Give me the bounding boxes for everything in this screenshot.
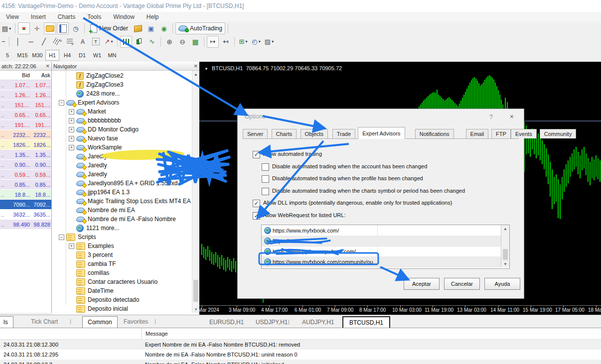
- market-watch-row[interactable]: ..151....151....: [0, 100, 51, 110]
- column-header-ask[interactable]: Ask: [30, 72, 51, 78]
- timeframe-d1[interactable]: D1: [75, 50, 89, 61]
- signals-button[interactable]: ◉: [158, 22, 170, 34]
- close-icon[interactable]: ✕: [46, 63, 50, 69]
- zoom-out-button[interactable]: ⊖: [176, 36, 188, 48]
- market-watch-row[interactable]: ..0.65...0.65...: [0, 110, 51, 120]
- zoom-in-button[interactable]: ⊕: [163, 36, 175, 48]
- data-window-toggle[interactable]: ✛: [31, 22, 43, 34]
- navigator-scrollbar[interactable]: ▲ ▼: [192, 71, 199, 313]
- nav-item-worksample[interactable]: +WorkSample: [69, 143, 122, 152]
- label-tool[interactable]: T: [90, 36, 102, 48]
- nav-item-2428-more[interactable]: 2428 more...: [69, 89, 120, 98]
- dialog-tab-trade[interactable]: Trade: [332, 129, 355, 138]
- text-tool[interactable]: A: [77, 36, 89, 48]
- nav-item-jjpp1964-ea-1-3[interactable]: jjpp1964 EA 1.3: [69, 188, 130, 197]
- dialog-tab-ftp[interactable]: FTP: [491, 129, 511, 138]
- minus-expander-icon[interactable]: −: [59, 100, 64, 106]
- nav-item-cambia-tf[interactable]: cambia TF: [69, 259, 116, 268]
- nav-item-examples[interactable]: +Examples: [69, 242, 114, 250]
- dialog-tab-expert-advisors[interactable]: Expert Advisors: [358, 127, 405, 139]
- chart-tab-audjpy-h1[interactable]: AUDJPY,H1: [296, 317, 340, 327]
- market-watch-row[interactable]: ..0.90...0.90...: [0, 160, 51, 170]
- tab-symbols[interactable]: ls: [0, 316, 13, 328]
- nav-item-scripts[interactable]: −Scripts: [59, 233, 96, 242]
- column-header-bid[interactable]: Bid: [9, 72, 30, 78]
- menu-window[interactable]: Window: [107, 13, 141, 20]
- chart-shift-button[interactable]: ↤: [220, 36, 232, 48]
- navigator-toggle[interactable]: [44, 22, 56, 34]
- time-column-header[interactable]: [0, 328, 142, 339]
- dialog-tab-server[interactable]: Server: [243, 129, 268, 138]
- webrequest-url-list[interactable]: https://www.myfxbook.com/https://https:/…: [261, 225, 510, 269]
- market-watch-row[interactable]: ..18.8...18.8...: [0, 190, 51, 200]
- nav-item-bbbbbbbbbb[interactable]: +bbbbbbbbbb: [69, 116, 121, 125]
- market-watch-row[interactable]: ..98.49098.828: [0, 220, 51, 230]
- unchecked-checkbox-icon[interactable]: [262, 188, 269, 195]
- checkbox-allow-webrequest-for-listed-[interactable]: ✓Allow WebRequest for listed URL:: [253, 212, 345, 220]
- metaeditor-button[interactable]: [132, 22, 144, 34]
- timeframe-h1[interactable]: H1: [45, 50, 59, 61]
- market-watch-row[interactable]: ..1.26...1.26...: [0, 90, 51, 100]
- unchecked-checkbox-icon[interactable]: [262, 175, 269, 183]
- profiles-button[interactable]: ▤▾: [0, 22, 12, 34]
- scrollbar-thumb[interactable]: [193, 280, 198, 302]
- plus-expander-icon[interactable]: +: [69, 109, 74, 115]
- nav-item-jaredly[interactable]: Jaredly: [69, 170, 107, 179]
- styler-button[interactable]: ▣: [145, 22, 157, 34]
- indicators-button[interactable]: ⊞▾: [237, 36, 249, 48]
- market-watch-row[interactable]: ..0.59...0.59...: [0, 170, 51, 180]
- nav-item-nuevo-fase[interactable]: +Nuevo fase: [69, 134, 118, 143]
- checkbox-disable-automated-trading-wh[interactable]: Disable automated trading when the profi…: [262, 175, 423, 183]
- fibonacci-tool[interactable]: F: [64, 36, 76, 48]
- log-row[interactable]: 24.03.31 21:08:12.295Nombre de mi EA -Fa…: [0, 350, 601, 360]
- chart-tab-usdjpy-h1[interactable]: USDJPY,H1: [250, 317, 294, 327]
- channel-tool[interactable]: E: [51, 36, 63, 48]
- timeframe-w1[interactable]: W1: [90, 50, 104, 61]
- plus-expander-icon[interactable]: +: [69, 136, 74, 141]
- timeframe-mn[interactable]: MN: [105, 50, 119, 61]
- nav-item-zigzagclose2[interactable]: ƒZigZagClose2: [69, 71, 124, 80]
- terminal-toggle[interactable]: [57, 22, 69, 34]
- shapes-tool[interactable]: ↗▾: [103, 36, 115, 48]
- aceptar-button[interactable]: Aceptar: [404, 278, 440, 290]
- vertical-line-tool[interactable]: │: [12, 36, 24, 48]
- dialog-tab-community[interactable]: Community: [540, 129, 577, 138]
- tab-common[interactable]: Common: [82, 316, 118, 328]
- market-watch-row[interactable]: ..0.85...0.85...: [0, 180, 51, 190]
- scrollbar-thumb[interactable]: [503, 249, 508, 260]
- dialog-tab-email[interactable]: Email: [466, 129, 489, 138]
- market-watch-row[interactable]: ..191....191....: [0, 120, 51, 130]
- nav-item-contar-caracteres-usuario[interactable]: Contar caracteres Usuario: [69, 277, 157, 286]
- trendline-tool[interactable]: ╱: [38, 36, 50, 48]
- plus-expander-icon[interactable]: +: [69, 243, 74, 249]
- checkbox-disable-automated-trading-wh[interactable]: Disable automated trading when the accou…: [262, 163, 427, 171]
- timeframe-5[interactable]: 5: [0, 50, 14, 61]
- dialog-tab-charts[interactable]: Charts: [272, 129, 297, 138]
- market-watch-row[interactable]: ..3632...3635...: [0, 210, 51, 220]
- url-row[interactable]: https://www.pythonanywhere.com/: [262, 246, 501, 257]
- market-watch-row[interactable]: ..7090...7092...: [0, 200, 51, 210]
- dialog-tab-events[interactable]: Events: [511, 129, 537, 138]
- scroll-up-icon[interactable]: ▲: [502, 225, 509, 232]
- nav-item-1121-more[interactable]: 1121 more...: [69, 224, 119, 233]
- horizontal-line-tool[interactable]: ─: [25, 36, 37, 48]
- dialog-titlebar[interactable]: Options ? ×: [238, 109, 524, 124]
- log-row[interactable]: 24.03.31 21:08:12.2Nombre de mi EA -Fals…: [0, 360, 601, 364]
- checked-checkbox-icon[interactable]: ✓: [253, 212, 260, 220]
- plus-expander-icon[interactable]: +: [69, 145, 74, 150]
- auto-scroll-button[interactable]: ↦: [207, 36, 219, 48]
- nav-item-jaredly[interactable]: Jaredly: [69, 161, 107, 170]
- nav-item-comillas[interactable]: comillas: [69, 268, 109, 277]
- chart-time-axis[interactable]: 1 Mar 20243 Mar 09:004 Mar 17:006 Mar 01…: [199, 305, 601, 315]
- nav-item-market[interactable]: +Market: [69, 107, 106, 116]
- tile-windows-button[interactable]: ▦: [189, 36, 201, 48]
- timeframe-m30[interactable]: M30: [30, 50, 44, 61]
- menu-tools[interactable]: Tools: [81, 13, 107, 20]
- cancelar-button[interactable]: Cancelar: [444, 278, 480, 290]
- market-watch-row[interactable]: ..2232...2232...: [0, 130, 51, 140]
- market-watch-row[interactable]: ..1.35...1.35...: [0, 150, 51, 160]
- menu-view[interactable]: View: [0, 13, 25, 20]
- nav-item-zigzagclose3[interactable]: ƒZigZagClose3: [69, 80, 124, 89]
- autotrading-toggle[interactable]: AutoTrading: [175, 22, 225, 34]
- help-icon[interactable]: ?: [489, 113, 493, 121]
